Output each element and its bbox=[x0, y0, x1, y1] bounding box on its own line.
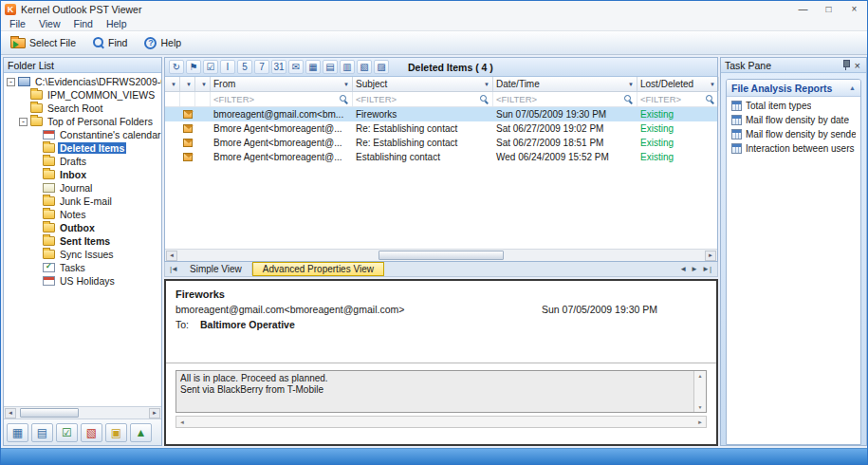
folder-item-search-root[interactable]: Search Root bbox=[4, 102, 161, 115]
report-link-mail-flow-density-by-senders[interactable]: Mail flow density by senders bbox=[727, 125, 860, 140]
maximize-button[interactable]: □ bbox=[816, 1, 841, 17]
find-button[interactable]: Find bbox=[88, 35, 132, 50]
note-filter-icon[interactable]: ▨ bbox=[374, 60, 389, 74]
folder-item-sent-items[interactable]: Sent Items bbox=[4, 234, 161, 248]
scroll-track[interactable] bbox=[178, 250, 704, 261]
scroll-down-arrow[interactable]: ▼ bbox=[698, 404, 703, 410]
report-link-mail-flow-density-by-date[interactable]: Mail flow density by date bbox=[727, 111, 860, 125]
menu-view[interactable]: View bbox=[32, 18, 67, 29]
column-header-from[interactable]: From▼ bbox=[211, 77, 353, 91]
scroll-right-arrow[interactable]: ► bbox=[697, 419, 703, 425]
column-header-icon[interactable]: ▼ bbox=[195, 77, 211, 91]
scroll-left-arrow[interactable]: ◄ bbox=[179, 419, 185, 425]
tab-simple-view[interactable]: Simple View bbox=[180, 263, 252, 275]
message-row[interactable]: Bmore Agent<bmoreagent@...Re: Establishi… bbox=[165, 136, 717, 150]
column-dropdown-icon[interactable]: ▼ bbox=[201, 82, 207, 87]
folder-item-top-of-personal-folders[interactable]: -Top of Personal Folders bbox=[4, 115, 161, 128]
print-icon[interactable]: ▤ bbox=[323, 60, 338, 74]
collapse-icon[interactable]: ▲ bbox=[849, 84, 856, 91]
scroll-left-arrow[interactable]: ◄ bbox=[166, 251, 177, 261]
scroll-track[interactable] bbox=[17, 407, 148, 418]
report-link-interaction-between-users[interactable]: Interaction between users bbox=[727, 140, 860, 154]
help-button[interactable]: ? Help bbox=[139, 35, 186, 51]
flag-filter-icon[interactable]: ⚑ bbox=[186, 60, 201, 74]
column-header-date-time[interactable]: Date/Time▼ bbox=[493, 77, 637, 91]
close-button[interactable]: × bbox=[841, 1, 867, 17]
folder-item-us-holidays[interactable]: US Holidays bbox=[4, 274, 161, 288]
tab-last-icon[interactable]: ►| bbox=[702, 265, 711, 273]
column-dropdown-icon[interactable]: ▼ bbox=[710, 82, 715, 87]
tab-first-icon[interactable]: |◄ bbox=[167, 265, 180, 273]
search-icon[interactable] bbox=[706, 95, 715, 104]
file-analysis-header[interactable]: File Analysis Reports ▲ bbox=[727, 80, 860, 97]
day-7-filter-icon[interactable]: 7 bbox=[254, 60, 269, 74]
mail-filter-icon[interactable]: ✉ bbox=[288, 60, 304, 74]
tab-next-icon[interactable]: ► bbox=[691, 265, 698, 273]
report-link-total-item-types[interactable]: Total item types bbox=[727, 97, 860, 111]
filter-cell[interactable]: <FILTER> bbox=[211, 92, 353, 106]
message-row[interactable]: Bmore Agent<bmoreagent@...Re: Establishi… bbox=[165, 121, 717, 136]
select-file-button[interactable]: Select File bbox=[6, 35, 81, 50]
folder-item-ipm-common-views[interactable]: IPM_COMMON_VIEWS bbox=[4, 88, 161, 102]
message-row[interactable]: Bmore Agent<bmoreagent@...Establishing c… bbox=[165, 150, 717, 164]
folder-item-deleted-items[interactable]: Deleted Items bbox=[4, 141, 161, 155]
folder-item-outbox[interactable]: Outbox bbox=[4, 221, 161, 234]
tab-advanced-properties-view[interactable]: Advanced Properties View bbox=[252, 262, 384, 276]
filter-cell[interactable]: <FILTER> bbox=[353, 92, 493, 106]
expand-toggle-icon[interactable]: - bbox=[19, 118, 28, 126]
scroll-thumb[interactable] bbox=[20, 408, 79, 418]
folder-item-junk-e-mail[interactable]: Junk E-mail bbox=[4, 195, 161, 208]
folder-item-tasks[interactable]: Tasks bbox=[4, 261, 161, 274]
contacts-view-button[interactable]: ▤ bbox=[31, 423, 53, 442]
scroll-left-arrow[interactable]: ◄ bbox=[5, 408, 16, 418]
expand-toggle-icon[interactable]: - bbox=[7, 78, 15, 86]
folder-item-inbox[interactable]: Inbox bbox=[4, 168, 161, 181]
contact-filter-icon[interactable]: ▥ bbox=[340, 60, 355, 74]
column-header-icon[interactable]: ▼ bbox=[180, 77, 195, 91]
tab-prev-icon[interactable]: ◄ bbox=[679, 265, 687, 273]
column-dropdown-icon[interactable]: ▼ bbox=[628, 82, 634, 87]
filter-cell[interactable]: <FILTER> bbox=[637, 92, 719, 106]
list-horizontal-scrollbar[interactable]: ◄ ► bbox=[165, 249, 717, 261]
search-icon[interactable] bbox=[624, 95, 634, 104]
scroll-right-arrow[interactable]: ► bbox=[149, 408, 160, 418]
calendar-view-button[interactable]: ▧ bbox=[81, 423, 102, 442]
scroll-thumb[interactable] bbox=[379, 251, 505, 260]
menu-file[interactable]: File bbox=[3, 18, 32, 29]
filter-cell[interactable]: <FILTER> bbox=[493, 92, 637, 106]
search-icon[interactable] bbox=[340, 95, 349, 104]
folder-item-journal[interactable]: Journal bbox=[4, 181, 161, 195]
column-header-lost-deleted[interactable]: Lost/Deleted▼ bbox=[637, 77, 719, 91]
message-row[interactable]: bmoreagent@gmail.com<bm...FireworksSun 0… bbox=[165, 107, 717, 121]
journal-view-button[interactable]: ▲ bbox=[130, 423, 152, 442]
folder-item-constantine-s-calendar[interactable]: Constantine's calendar bbox=[4, 128, 161, 141]
journal-filter-icon[interactable]: I bbox=[220, 60, 235, 74]
column-dropdown-icon[interactable]: ▼ bbox=[484, 82, 489, 87]
check-filter-icon[interactable]: ☑ bbox=[203, 60, 218, 74]
day-31-filter-icon[interactable]: 31 bbox=[271, 60, 286, 74]
column-dropdown-icon[interactable]: ▼ bbox=[186, 82, 192, 87]
task-pane-close-button[interactable]: × bbox=[855, 61, 860, 70]
task-filter-icon[interactable]: ▧ bbox=[357, 60, 372, 74]
column-header-icon[interactable]: ▼ bbox=[165, 77, 180, 91]
folder-item-c-evidencias-dfrws2009-outlo[interactable]: -C:\Evidencias\DFRWS2009-Outlo bbox=[4, 75, 161, 88]
pin-icon[interactable] bbox=[841, 60, 850, 70]
refresh-icon[interactable]: ↻ bbox=[169, 60, 184, 74]
tasks-view-button[interactable]: ☑ bbox=[56, 423, 78, 442]
scroll-up-arrow[interactable]: ▲ bbox=[698, 373, 703, 379]
search-icon[interactable] bbox=[480, 95, 489, 104]
calendar-filter-icon[interactable]: ▦ bbox=[305, 60, 321, 74]
scroll-right-arrow[interactable]: ► bbox=[705, 251, 716, 261]
menu-find[interactable]: Find bbox=[67, 18, 100, 29]
body-vertical-scrollbar[interactable]: ▲ ▼ bbox=[693, 371, 706, 412]
folder-item-drafts[interactable]: Drafts bbox=[4, 155, 161, 168]
column-header-subject[interactable]: Subject▼ bbox=[353, 77, 493, 91]
mail-view-button[interactable]: ▦ bbox=[7, 423, 28, 442]
minimize-button[interactable]: — bbox=[790, 1, 816, 17]
day-5-filter-icon[interactable]: 5 bbox=[237, 60, 252, 74]
folder-item-notes[interactable]: Notes bbox=[4, 208, 161, 221]
notes-view-button[interactable]: ▣ bbox=[105, 423, 127, 442]
column-dropdown-icon[interactable]: ▼ bbox=[343, 82, 349, 87]
menu-help[interactable]: Help bbox=[100, 18, 134, 29]
body-horizontal-scrollbar[interactable]: ◄ ► bbox=[175, 416, 707, 428]
